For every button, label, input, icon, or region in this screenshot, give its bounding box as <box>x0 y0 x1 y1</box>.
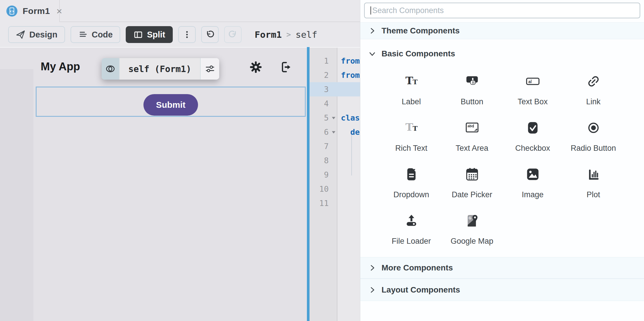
redo-icon <box>228 30 238 40</box>
component-palette: Theme Components Basic Components T T La… <box>360 0 644 321</box>
plot-icon <box>587 161 600 187</box>
close-icon[interactable]: × <box>56 6 62 16</box>
preview-eye-button[interactable] <box>102 58 119 80</box>
editor-line[interactable]: 7 <box>310 139 360 153</box>
tab-bar: Form1 × <box>0 0 360 22</box>
section-more-components[interactable]: More Components <box>360 257 644 279</box>
kebab-menu-icon <box>182 30 192 40</box>
palette-item-text: Google Map <box>451 237 493 246</box>
breadcrumb-separator: > <box>286 30 291 39</box>
text-caret <box>370 6 371 15</box>
chevron-right-icon <box>368 264 376 272</box>
svg-text:T: T <box>413 124 418 132</box>
text-box-icon: a <box>526 68 540 94</box>
properties-sliders-button[interactable] <box>201 58 219 80</box>
palette-item-plot[interactable]: Plot <box>563 161 624 208</box>
palette-item-checkbox[interactable]: Checkbox <box>502 115 563 161</box>
palette-item-text: Image <box>522 190 544 199</box>
editor-line[interactable]: 1from <box>310 54 360 68</box>
editor-line[interactable]: 6 de <box>310 125 360 139</box>
button-icon <box>465 68 479 94</box>
palette-item-text: Dropdown <box>393 190 429 199</box>
tab-title: Form1 <box>23 6 50 16</box>
breadcrumb-self[interactable]: self <box>296 29 317 40</box>
submit-button-component[interactable]: Submit <box>143 94 198 116</box>
palette-item-text: Link <box>586 97 601 106</box>
section-basic-components[interactable]: Basic Components <box>360 39 644 68</box>
palette-item-date-picker[interactable]: Date Picker <box>442 161 502 208</box>
split-view-button[interactable]: Split <box>126 26 173 43</box>
editor-line[interactable]: 8 <box>310 153 360 168</box>
text-area-icon: abc <box>465 115 479 141</box>
palette-item-text: Label <box>402 97 421 106</box>
svg-text:T: T <box>405 74 413 87</box>
design-view-button[interactable]: Design <box>8 26 65 43</box>
app-title: My App <box>41 60 80 73</box>
dropdown-icon <box>404 161 418 187</box>
palette-item-text: Radio Button <box>571 144 616 153</box>
code-lines-icon <box>78 30 88 40</box>
editor-toolbar: Design Code Split <box>0 22 360 47</box>
image-icon <box>526 161 540 187</box>
palette-item-file-loader[interactable]: File Loader <box>381 208 442 254</box>
search-components-input[interactable] <box>364 3 640 18</box>
palette-item-text-area[interactable]: abc Text Area <box>442 115 502 161</box>
section-label: More Components <box>382 263 453 272</box>
section-label: Layout Components <box>382 285 460 295</box>
palette-item-dropdown[interactable]: Dropdown <box>381 161 442 208</box>
editor-line-highlighted[interactable]: 3 <box>310 82 360 96</box>
split-pane-icon <box>133 30 143 40</box>
code-editor[interactable]: 1from 2from 3 4 5 clas 6 de 7 8 9 10 11 <box>310 47 360 321</box>
palette-item-label[interactable]: T T Label <box>381 68 442 115</box>
more-options-button[interactable] <box>178 26 196 43</box>
section-layout-components[interactable]: Layout Components <box>360 279 644 301</box>
editor-line[interactable]: 2from <box>310 68 360 82</box>
split-resize-handle[interactable] <box>307 47 310 321</box>
palette-item-text: Checkbox <box>515 144 550 153</box>
svg-text:G: G <box>469 216 471 220</box>
basic-components-grid: T T Label Button <box>381 68 624 254</box>
palette-item-text: Text Area <box>456 144 488 153</box>
fold-arrow-icon[interactable] <box>331 130 336 135</box>
undo-button[interactable] <box>201 26 219 43</box>
chevron-right-icon <box>368 27 376 35</box>
svg-text:T: T <box>413 78 418 86</box>
link-icon <box>587 68 600 94</box>
tab-form1[interactable]: Form1 × <box>0 0 60 22</box>
selection-floating-toolbar: self (Form1) <box>102 58 219 80</box>
selected-container-outline[interactable]: Submit <box>36 87 306 117</box>
breadcrumb: Form1 > self <box>255 29 317 40</box>
editor-line[interactable]: 4 <box>310 96 360 111</box>
chevron-right-icon <box>368 286 376 294</box>
fold-arrow-icon[interactable] <box>331 115 336 121</box>
editor-line[interactable]: 5 clas <box>310 111 360 125</box>
chevron-down-icon <box>368 50 376 58</box>
editor-lines: 1from 2from 3 4 5 clas 6 de 7 8 9 10 11 <box>310 54 360 210</box>
palette-item-button[interactable]: Button <box>442 68 502 115</box>
palette-item-text: Rich Text <box>395 144 427 153</box>
palette-item-text-box[interactable]: a Text Box <box>502 68 563 115</box>
editor-line[interactable]: 9 <box>310 168 360 182</box>
design-canvas: My App self (F <box>0 47 307 321</box>
settings-gear-icon[interactable] <box>249 60 262 74</box>
sign-out-icon[interactable] <box>280 60 293 74</box>
palette-item-rich-text[interactable]: T T Rich Text <box>381 115 442 161</box>
palette-item-text: Plot <box>587 190 600 199</box>
code-view-button[interactable]: Code <box>71 26 120 43</box>
svg-text:T: T <box>405 121 413 133</box>
palette-item-text: Date Picker <box>452 190 492 199</box>
rich-text-icon: T T <box>404 115 418 141</box>
split-button-label: Split <box>147 30 165 40</box>
form-file-icon <box>6 6 17 17</box>
sliders-icon <box>205 64 215 74</box>
editor-line[interactable]: 10 <box>310 182 360 196</box>
palette-item-google-map[interactable]: G Google Map <box>442 208 502 254</box>
editor-line[interactable]: 11 <box>310 196 360 210</box>
breadcrumb-form[interactable]: Form1 <box>255 29 282 40</box>
palette-item-text: File Loader <box>392 237 431 246</box>
section-theme-components[interactable]: Theme Components <box>360 22 644 39</box>
palette-item-radio-button[interactable]: Radio Button <box>563 115 624 161</box>
palette-item-link[interactable]: Link <box>563 68 624 115</box>
redo-button[interactable] <box>224 26 242 43</box>
palette-item-image[interactable]: Image <box>502 161 563 208</box>
